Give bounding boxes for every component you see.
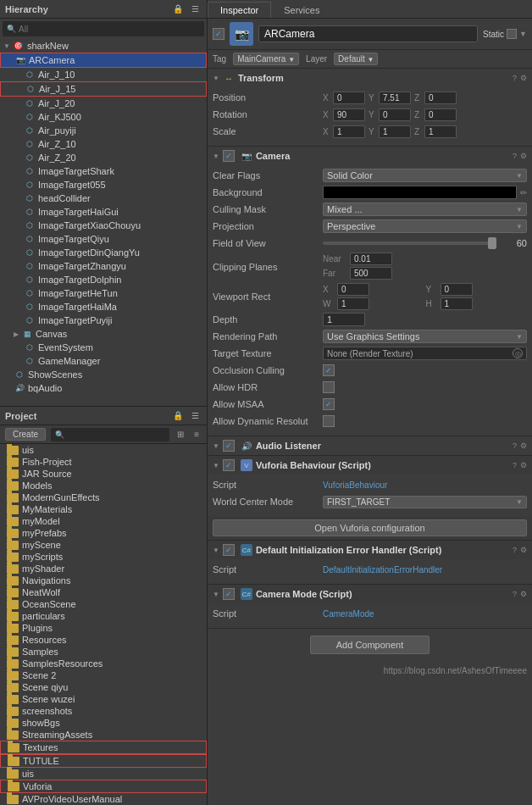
projection-dropdown[interactable]: Perspective ▼ — [323, 219, 527, 233]
hierarchy-item-EventSystem[interactable]: ⬡ EventSystem — [0, 341, 207, 354]
position-z-input[interactable] — [424, 92, 457, 104]
background-edit-icon[interactable]: ✏ — [520, 188, 527, 197]
hierarchy-item-ImageTargetHaiGui[interactable]: ⬡ ImageTargetHaiGui — [0, 205, 207, 219]
camera-comp-header[interactable]: ▼ 📷 Camera ? ⚙ — [208, 147, 532, 165]
project-item-JAR-Source[interactable]: JAR Source — [0, 468, 207, 480]
rendering-path-dropdown[interactable]: Use Graphics Settings ▼ — [323, 330, 527, 343]
project-item-Fish-Project[interactable]: Fish-Project — [0, 456, 207, 468]
project-item-myShader[interactable]: myShader — [0, 563, 207, 575]
project-item-ModernGunEffects[interactable]: ModernGunEffects — [0, 491, 207, 503]
fov-slider-thumb[interactable] — [488, 237, 496, 249]
hierarchy-item-ImageTargetHeTun[interactable]: ⬡ ImageTargetHeTun — [0, 286, 207, 300]
vuforia-enabled-checkbox[interactable] — [223, 459, 235, 471]
camera-mode-settings-icon[interactable]: ⚙ — [520, 590, 527, 598]
project-item-myScripts[interactable]: myScripts — [0, 551, 207, 563]
scale-z-input[interactable] — [424, 125, 457, 138]
hierarchy-menu-icon[interactable]: ☰ — [189, 3, 202, 14]
project-item-Samples[interactable]: Samples — [0, 646, 207, 658]
transform-info-icon[interactable]: ? — [513, 74, 517, 82]
project-item-uis2[interactable]: uis — [0, 768, 207, 780]
project-item-Models[interactable]: Models — [0, 480, 207, 491]
object-name-field[interactable] — [258, 25, 478, 42]
hierarchy-item-ImageTargetXiaoChouyu[interactable]: ⬡ ImageTargetXiaoChouyu — [0, 219, 207, 232]
project-item-Scene-qiyu[interactable]: Scene qiyu — [0, 681, 207, 693]
hierarchy-item-ImageTarget055[interactable]: ⬡ ImageTarget055 — [0, 178, 207, 192]
create-button[interactable]: Create — [5, 428, 46, 441]
depth-input[interactable] — [323, 313, 365, 326]
audio-listener-settings-icon[interactable]: ⚙ — [520, 441, 527, 450]
hierarchy-item-ImageTargetHaiMa[interactable]: ⬡ ImageTargetHaiMa — [0, 300, 207, 314]
far-input[interactable] — [350, 267, 392, 280]
static-dropdown-icon[interactable]: ▼ — [519, 30, 527, 38]
hierarchy-lock-icon[interactable]: 🔒 — [170, 3, 186, 14]
near-input[interactable] — [350, 253, 392, 265]
project-item-Navigations[interactable]: Navigations — [0, 575, 207, 586]
rotation-x-input[interactable] — [333, 108, 365, 121]
audio-listener-header[interactable]: ▼ 🔊 Audio Listener ? ⚙ — [208, 436, 532, 455]
project-item-MyMaterials[interactable]: MyMaterials — [0, 503, 207, 515]
hierarchy-item-GameManager[interactable]: ⬡ GameManager — [0, 354, 207, 368]
project-sort-icon[interactable]: ≡ — [191, 429, 202, 440]
audio-listener-info-icon[interactable]: ? — [513, 441, 517, 450]
tab-services[interactable]: Services — [271, 2, 332, 18]
hierarchy-item-ImageTargetPuyiji[interactable]: ⬡ ImageTargetPuyiji — [0, 314, 207, 327]
vuforia-settings-icon[interactable]: ⚙ — [520, 461, 527, 469]
allow-msaa-checkbox[interactable] — [323, 398, 335, 410]
camera-settings-icon[interactable]: ⚙ — [520, 152, 527, 160]
position-x-input[interactable] — [333, 92, 365, 104]
viewport-x-input[interactable] — [337, 283, 369, 296]
hierarchy-item-ARCamera[interactable]: 📷 ARCamera — [0, 53, 207, 68]
hierarchy-item-Air_J_10[interactable]: ⬡ Air_J_10 — [0, 68, 207, 81]
scale-x-input[interactable] — [333, 125, 365, 138]
target-texture-select-btn[interactable]: ◎ — [513, 348, 523, 358]
static-checkbox[interactable] — [507, 29, 517, 39]
object-active-checkbox[interactable] — [213, 28, 224, 40]
camera-mode-script-value[interactable]: CameraMode — [323, 609, 374, 619]
culling-mask-dropdown[interactable]: Mixed ... ▼ — [323, 203, 527, 216]
transform-settings-icon[interactable]: ⚙ — [520, 74, 527, 82]
project-item-TUTULE[interactable]: TUTULE — [0, 754, 207, 768]
rotation-z-input[interactable] — [424, 108, 457, 121]
occlusion-culling-checkbox[interactable] — [323, 364, 335, 376]
fov-slider-track[interactable] — [323, 242, 496, 245]
hierarchy-root[interactable]: ▼ 🎯 sharkNew — [0, 39, 207, 53]
clear-flags-dropdown[interactable]: Solid Color ▼ — [323, 169, 527, 182]
project-lock-icon[interactable]: 🔒 — [170, 410, 186, 421]
project-item-Scene2[interactable]: Scene 2 — [0, 669, 207, 681]
project-item-myScene[interactable]: myScene — [0, 539, 207, 551]
viewport-w-input[interactable] — [337, 297, 369, 310]
hierarchy-item-ImageTargetDinQiangYu[interactable]: ⬡ ImageTargetDinQiangYu — [0, 246, 207, 259]
camera-mode-info-icon[interactable]: ? — [513, 590, 517, 598]
project-item-Plugins[interactable]: Plugins — [0, 622, 207, 634]
hierarchy-item-bqAudio[interactable]: 🔊 bqAudio — [0, 381, 207, 395]
hierarchy-item-ImageTargetDolphin[interactable]: ⬡ ImageTargetDolphin — [0, 273, 207, 286]
project-item-Resources[interactable]: Resources — [0, 634, 207, 646]
scale-y-input[interactable] — [379, 125, 411, 138]
hierarchy-search-input[interactable] — [19, 25, 200, 34]
vuforia-info-icon[interactable]: ? — [513, 461, 517, 469]
project-item-myPrefabs[interactable]: myPrefabs — [0, 527, 207, 539]
project-item-particulars[interactable]: particulars — [0, 610, 207, 622]
project-item-Vuforia[interactable]: Vuforia — [0, 780, 207, 793]
project-item-NeatWolf[interactable]: NeatWolf — [0, 586, 207, 598]
default-init-info-icon[interactable]: ? — [513, 546, 517, 554]
viewport-y-input[interactable] — [441, 283, 473, 296]
hierarchy-item-ImageTargetQiyu[interactable]: ⬡ ImageTargetQiyu — [0, 232, 207, 246]
hierarchy-item-ImageTargetZhangyu[interactable]: ⬡ ImageTargetZhangyu — [0, 259, 207, 273]
project-item-showBgs[interactable]: showBgs — [0, 717, 207, 729]
project-item-Textures[interactable]: Textures — [0, 741, 207, 754]
viewport-h-input[interactable] — [441, 297, 473, 310]
hierarchy-item-headCollider[interactable]: ⬡ headCollider — [0, 192, 207, 205]
open-vuforia-button[interactable]: Open Vuforia configuration — [213, 519, 527, 536]
transform-header[interactable]: ▼ ↔ Transform ? ⚙ — [208, 69, 532, 87]
add-component-button[interactable]: Add Component — [310, 636, 430, 654]
tab-inspector[interactable]: Inspector — [208, 2, 271, 18]
project-item-OceanScene[interactable]: OceanScene — [0, 598, 207, 610]
default-init-enabled-checkbox[interactable] — [223, 544, 235, 556]
hierarchy-item-Air_puyiji[interactable]: ⬡ Air_puyiji — [0, 124, 207, 137]
hierarchy-item-ShowScenes[interactable]: ⬡ ShowScenes — [0, 368, 207, 381]
project-item-AVProVideoUserManual[interactable]: AVProVideoUserManual — [0, 793, 207, 805]
hierarchy-item-Air_Z_10[interactable]: ⬡ Air_Z_10 — [0, 137, 207, 151]
project-menu-icon[interactable]: ☰ — [189, 410, 202, 421]
hierarchy-item-Canvas[interactable]: ▶ ▦ Canvas — [0, 327, 207, 341]
